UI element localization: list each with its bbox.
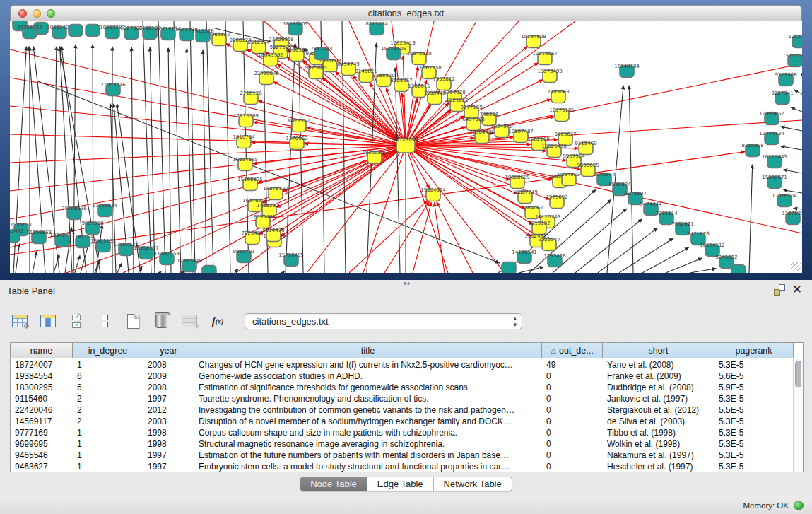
table-cell[interactable]: 0 xyxy=(542,405,603,415)
column-header-name[interactable]: name xyxy=(11,343,73,358)
float-window-icon[interactable] xyxy=(774,284,785,296)
graph-node[interactable] xyxy=(86,25,100,37)
table-cell[interactable]: Wolkin et al. (1998) xyxy=(603,439,714,449)
table-cell[interactable]: 0 xyxy=(542,394,603,404)
graph-edge[interactable] xyxy=(174,21,181,273)
graph-node[interactable] xyxy=(731,265,746,274)
graph-edge[interactable] xyxy=(666,258,702,273)
table-cell[interactable]: 19384554 xyxy=(11,371,73,381)
table-cell[interactable]: 5.3E-5 xyxy=(714,428,793,438)
table-cell[interactable]: 1997 xyxy=(143,450,194,460)
select-rows-icon[interactable] xyxy=(66,311,86,331)
table-cell[interactable]: 1997 xyxy=(143,462,194,472)
table-cell[interactable]: 5.3E-5 xyxy=(714,360,793,370)
table-cell[interactable]: 49 xyxy=(542,360,603,370)
table-cell[interactable]: 9699695 xyxy=(11,439,73,449)
graph-edge[interactable] xyxy=(168,48,171,273)
combobox-stepper-icon[interactable]: ▴▾ xyxy=(513,315,517,328)
table-cell[interactable]: Franke et al. (2009) xyxy=(603,371,714,381)
graph-edge[interactable] xyxy=(75,256,80,273)
table-cell[interactable]: Nakamura et al. (1997) xyxy=(603,450,714,460)
graph-edge[interactable] xyxy=(110,104,116,273)
table-cell[interactable]: 22420046 xyxy=(11,405,73,415)
network-canvas[interactable]: 7963822966012489129542322605893275051854… xyxy=(10,21,802,273)
table-row[interactable]: 946362711997Embryonic stem cells: a mode… xyxy=(11,461,793,472)
table-row[interactable]: 1938455462009Genome-wide association stu… xyxy=(11,370,793,382)
table-cell[interactable]: 1 xyxy=(73,428,143,438)
table-cell[interactable]: 9777169 xyxy=(11,428,73,438)
tab-network-table[interactable]: Network Table xyxy=(434,477,512,491)
graph-edge[interactable] xyxy=(406,146,505,273)
table-cell[interactable]: 5.3E-5 xyxy=(714,439,793,449)
vertical-scrollbar[interactable] xyxy=(793,359,803,472)
table-cell[interactable]: Hescheler et al. (1997) xyxy=(603,462,714,472)
table-cell[interactable]: 9463627 xyxy=(11,462,73,472)
table-cell[interactable]: 5.9E-5 xyxy=(714,382,793,392)
graph-edge[interactable] xyxy=(629,86,633,273)
table-cell[interactable]: 0 xyxy=(542,462,603,472)
graph-edge[interactable] xyxy=(117,263,122,273)
graph-edge[interactable] xyxy=(307,146,406,273)
graph-edge[interactable] xyxy=(791,107,802,112)
table-cell[interactable]: 1 xyxy=(73,450,143,460)
table-cell[interactable]: Dudbridge et al. (2008) xyxy=(603,382,714,392)
graph-edge[interactable] xyxy=(150,47,155,273)
graph-edge[interactable] xyxy=(395,68,400,273)
graph-edge[interactable] xyxy=(16,244,20,273)
table-cell[interactable]: Estimation of the future numbers of pati… xyxy=(194,450,542,460)
graph-edge[interactable] xyxy=(225,21,230,273)
graph-node[interactable] xyxy=(502,262,516,274)
graph-edge[interactable] xyxy=(781,146,802,150)
tab-edge-table[interactable]: Edge Table xyxy=(367,477,434,491)
table-cell[interactable]: Changes of HCN gene expression and I(f) … xyxy=(194,360,542,370)
table-cell[interactable]: 6 xyxy=(73,371,143,381)
column-header-out_de[interactable]: △out_de... xyxy=(542,343,603,358)
table-cell[interactable]: Yano et al. (2008) xyxy=(603,360,714,370)
table-cell[interactable]: 1998 xyxy=(143,439,194,449)
delete-rows-icon[interactable] xyxy=(151,311,171,331)
table-cell[interactable]: Estimation of significance thresholds fo… xyxy=(194,382,542,392)
table-row[interactable]: 1872400712008Changes of HCN gene express… xyxy=(11,359,793,370)
table-selector-combobox[interactable]: citations_edges.txt ▴▾ xyxy=(245,313,522,329)
table-cell[interactable]: 18300295 xyxy=(11,382,73,392)
table-cell[interactable]: Tourette syndrome. Phenomenology and cla… xyxy=(194,394,542,404)
table-row[interactable]: 969969511998Structural magnetic resonanc… xyxy=(11,438,793,450)
graph-edge[interactable] xyxy=(203,50,206,273)
table-cell[interactable]: 2008 xyxy=(143,382,194,392)
table-cell[interactable]: Jankovic et al. (1997) xyxy=(603,394,714,404)
table-cell[interactable]: 0 xyxy=(542,439,603,449)
table-cell[interactable]: Structural magnetic resonance image aver… xyxy=(194,439,542,449)
table-cell[interactable]: 5.5E-5 xyxy=(714,405,793,415)
graph-edge[interactable] xyxy=(160,271,161,273)
table-cell[interactable]: 0 xyxy=(542,382,603,392)
table-cell[interactable]: 18724007 xyxy=(11,360,73,370)
memory-status-indicator[interactable] xyxy=(794,501,804,510)
panel-divider-handle[interactable] xyxy=(403,281,410,286)
table-cell[interactable]: 1 xyxy=(73,360,143,370)
table-cell[interactable]: 6 xyxy=(73,382,143,392)
table-cell[interactable]: 2 xyxy=(73,405,143,415)
graph-edge[interactable] xyxy=(342,21,346,273)
select-columns-icon[interactable] xyxy=(38,311,58,331)
tab-node-table[interactable]: Node Table xyxy=(300,477,367,491)
table-row[interactable]: 911546021997Tourette syndrome. Phenomeno… xyxy=(11,393,793,404)
resize-grip[interactable] xyxy=(791,262,801,271)
table-cell[interactable]: Investigating the contribution of common… xyxy=(194,405,542,415)
column-header-in_degree[interactable]: in_degree xyxy=(73,343,143,358)
table-cell[interactable]: 5.3E-5 xyxy=(714,462,793,472)
graph-edge[interactable] xyxy=(286,43,295,273)
table-settings-icon[interactable]: ⚙ xyxy=(10,311,30,331)
table-cell[interactable]: Genome-wide association studies in ADHD. xyxy=(194,371,542,381)
table-row[interactable]: 1456911722003Disruption of a novel membe… xyxy=(11,416,793,427)
window-titlebar[interactable]: citations_edges.txt xyxy=(10,5,802,21)
table-cell[interactable]: 2003 xyxy=(143,416,194,426)
table-cell[interactable]: Stergiakouli et al. (2012) xyxy=(603,405,714,415)
graph-edge[interactable] xyxy=(801,74,802,74)
new-table-icon[interactable] xyxy=(123,311,143,331)
table-cell[interactable]: 0 xyxy=(542,416,603,426)
table-cell[interactable]: 9465546 xyxy=(11,450,73,460)
table-cell[interactable]: 5.3E-5 xyxy=(714,416,793,426)
table-cell[interactable]: 2 xyxy=(73,416,143,426)
table-cell[interactable]: 1 xyxy=(73,439,143,449)
table-cell[interactable]: 5.3E-5 xyxy=(714,394,793,404)
